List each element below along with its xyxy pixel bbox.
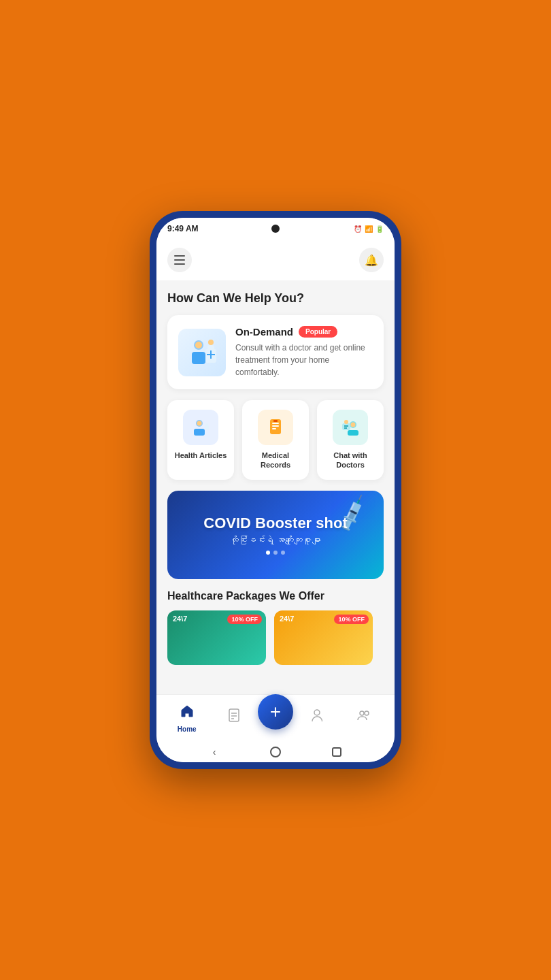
svg-rect-12 (206, 423, 208, 427)
notification-bell-button[interactable]: 🔔 (359, 248, 384, 272)
android-nav: ‹ (156, 742, 395, 762)
svg-rect-21 (342, 423, 350, 430)
doctors-nav-icon (310, 708, 324, 727)
on-demand-card[interactable]: On-Demand Popular Consult with a doctor … (167, 315, 384, 389)
medical-records-label: Medical Records (248, 451, 303, 470)
svg-rect-17 (273, 420, 278, 422)
medical-records-icon (258, 410, 293, 445)
package-badge-1: 10% OFF (227, 615, 262, 624)
svg-point-30 (360, 711, 364, 715)
nav-item-home[interactable]: Home (163, 704, 211, 733)
quick-item-medical-records[interactable]: Medical Records (242, 400, 309, 480)
phone-outer: 9:49 AM ⏰ 📶 🔋 🔔 (150, 211, 401, 769)
svg-rect-25 (229, 709, 239, 721)
status-camera (271, 225, 280, 233)
svg-rect-1 (192, 352, 205, 364)
home-icon (180, 704, 195, 723)
on-demand-info: On-Demand Popular Consult with a doctor … (235, 326, 373, 378)
on-demand-description: Consult with a doctor and get online tre… (235, 342, 373, 378)
svg-point-31 (365, 711, 369, 715)
status-time: 9:49 AM (167, 224, 199, 233)
svg-point-19 (351, 423, 356, 427)
banner-dot-3 (281, 551, 285, 555)
package-24-label-1: 24\7 (173, 615, 187, 623)
nav-home-label: Home (178, 725, 197, 733)
profile-nav-icon (356, 708, 371, 727)
package-24-label-2: 24\7 (280, 615, 294, 623)
svg-point-2 (195, 342, 202, 348)
page-title: How Can We Help You? (167, 291, 384, 306)
app-header: 🔔 (156, 240, 395, 280)
quick-item-chat-with-doctors[interactable]: Chat with Doctors (317, 400, 384, 480)
covid-banner[interactable]: 💉 COVID Booster shot ထိုင်းခြင်းရဲ့ အကျိ… (167, 491, 384, 579)
packages-row: 24\7 10% OFF 24\7 10% OFF (167, 610, 384, 665)
android-back-button[interactable]: ‹ (208, 746, 220, 758)
phone-inner: 9:49 AM ⏰ 📶 🔋 🔔 (156, 218, 395, 762)
svg-point-9 (197, 421, 202, 426)
packages-title: Healthcare Packages We Offer (167, 590, 384, 602)
nav-item-doctors[interactable] (293, 708, 341, 730)
banner-content: COVID Booster shot ထိုင်းခြင်းရဲ့ အကျိုး… (203, 514, 347, 555)
android-home-button[interactable] (269, 746, 282, 758)
banner-dots (203, 551, 347, 555)
banner-subtitle: ထိုင်းခြင်းရဲ့ အကျိုးကျေးဇူးများ (203, 535, 347, 545)
alarm-icon: ⏰ (354, 225, 362, 233)
status-icons: ⏰ 📶 🔋 (354, 225, 384, 233)
main-content: How Can We Help You? (156, 280, 395, 676)
package-card-1[interactable]: 24\7 10% OFF (167, 610, 266, 665)
nav-fab-button[interactable]: + (258, 694, 293, 730)
svg-rect-20 (348, 430, 358, 436)
wifi-icon: 📶 (365, 225, 373, 233)
nav-item-records[interactable] (211, 708, 258, 730)
android-recents-button[interactable] (331, 746, 343, 758)
quick-access-grid: Health Articles Medical R (167, 400, 384, 480)
status-bar: 9:49 AM ⏰ 📶 🔋 (156, 218, 395, 240)
chat-with-doctors-label: Chat with Doctors (322, 451, 378, 470)
bottom-nav: Home + (156, 694, 395, 742)
package-badge-2: 10% OFF (334, 615, 369, 624)
svg-point-5 (208, 340, 214, 345)
on-demand-title: On-Demand (235, 326, 293, 338)
battery-icon: 🔋 (375, 225, 384, 233)
svg-rect-10 (194, 429, 205, 436)
quick-item-health-articles[interactable]: Health Articles (167, 400, 234, 480)
package-card-2[interactable]: 24\7 10% OFF (274, 610, 373, 665)
chat-doctors-icon (333, 410, 368, 445)
banner-title: COVID Booster shot (203, 514, 347, 532)
popular-badge: Popular (299, 326, 337, 338)
nav-item-profile[interactable] (341, 708, 388, 730)
svg-rect-14 (272, 423, 279, 424)
svg-point-29 (314, 710, 320, 715)
on-demand-illustration (178, 329, 226, 376)
records-icon (227, 708, 241, 727)
health-articles-icon (183, 410, 218, 445)
screen-content[interactable]: 🔔 How Can We Help You? (156, 240, 395, 694)
svg-rect-16 (272, 428, 276, 429)
svg-rect-15 (272, 425, 279, 427)
health-articles-label: Health Articles (175, 451, 227, 460)
svg-point-22 (344, 420, 348, 424)
menu-button[interactable] (167, 248, 192, 272)
banner-dot-2 (273, 551, 278, 555)
banner-dot-1 (266, 551, 270, 555)
